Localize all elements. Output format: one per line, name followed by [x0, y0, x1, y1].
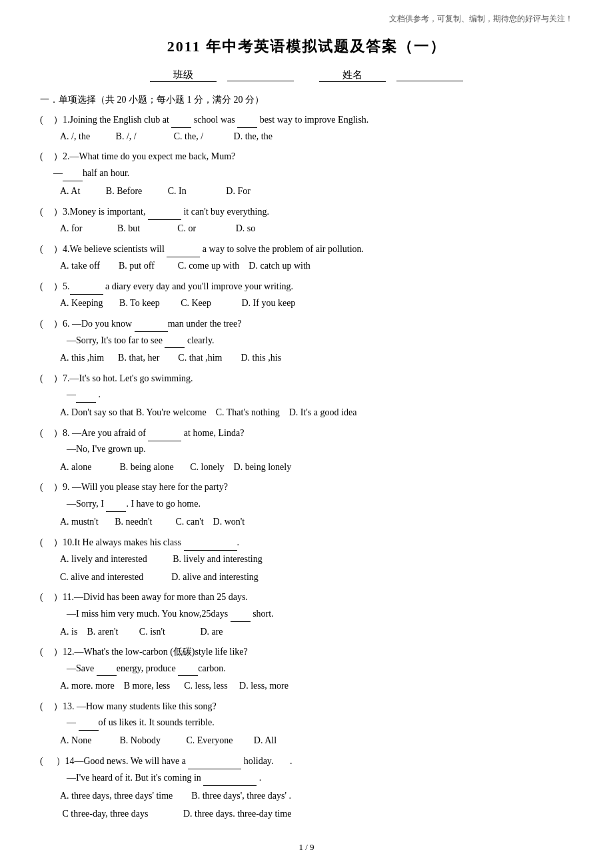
- q5-text: ）5. a diary every day and you'll improve…: [53, 281, 293, 291]
- q2-subtext: — half an hour.: [53, 168, 129, 178]
- q12-opts: A. more. more B more, less C. less, less…: [60, 681, 289, 691]
- q10-text: ）10.It He always makes his class .: [53, 537, 239, 547]
- q14-text: ）14—Good news. We will have a holiday. .: [53, 756, 292, 766]
- question-9: (）9. —Will you please stay here for the …: [40, 479, 573, 530]
- question-11: (）11.—Divid has been away for more than …: [40, 589, 573, 640]
- q6-opts: A. this ,him B. that, her C. that ,him D…: [60, 353, 281, 363]
- q12-text: ）12.—What's the low-carbon (低碳)style lif…: [53, 647, 248, 657]
- q9-opts: A. mustn't B. needn't C. can't D. won't: [60, 517, 245, 527]
- page-indicator: 1 / 9: [40, 842, 573, 853]
- q13-opts: A. None B. Nobody C. Everyone D. All: [60, 735, 277, 745]
- q8-opts: A. alone B. being alone C. lonely D. bei…: [60, 462, 291, 472]
- q7-opts: A. Don't say so that B. You're welcome C…: [60, 407, 356, 417]
- question-10: (）10.It He always makes his class . A. l…: [40, 534, 573, 585]
- question-8: (）8. —Are you afraid of at home, Linda? …: [40, 425, 573, 475]
- question-13: (）13. —How many students like this song?…: [40, 699, 573, 749]
- q11-opts: A. is B. aren't C. isn't D. are: [60, 627, 223, 637]
- q14-subtext: —I've heard of it. But it's coming in .: [67, 773, 261, 783]
- question-7: (）7.—It's so hot. Let's go swimming. — .…: [40, 371, 573, 421]
- q3-text: ）3.Money is important, it can't buy ever…: [53, 207, 269, 217]
- question-12: (）12.—What's the low-carbon (低碳)style li…: [40, 644, 573, 695]
- q1-opt-a: A. /, the B. /, / C. the, / D. the, the: [60, 131, 273, 141]
- question-5: (）5. a diary every day and you'll improv…: [40, 278, 573, 311]
- class-blank: [227, 69, 294, 81]
- q9-subtext: —Sorry, I . I have to go home.: [67, 499, 201, 509]
- question-2: (）2.—What time do you expect me back, Mu…: [40, 149, 573, 199]
- q7-text: ）7.—It's so hot. Let's go swimming.: [53, 373, 193, 383]
- q3-opts: A. for B. but C. or D. so: [60, 223, 255, 233]
- question-6: (）6. —Do you know man under the tree? —S…: [40, 315, 573, 367]
- class-label: 班级: [150, 69, 217, 82]
- q5-opts: A. Keeping B. To keep C. Keep D. If you …: [60, 298, 295, 308]
- q14-opt-cd: C three-day, three days D. three days. t…: [60, 809, 291, 819]
- q8-subtext: —No, I've grown up.: [67, 444, 146, 454]
- q9-text: ）9. —Will you please stay here for the p…: [53, 482, 228, 492]
- q4-opts: A. take off B. put off C. come up with D…: [60, 261, 310, 271]
- question-14: ( ）14—Good news. We will have a holiday.…: [40, 753, 573, 822]
- q13-text: ）13. —How many students like this song?: [53, 701, 217, 711]
- q10-opt-cd: C. alive and interested D. alive and int…: [60, 572, 259, 582]
- question-4: (）4.We believe scientists will a way to …: [40, 241, 573, 274]
- q11-text: ）11.—Divid has been away for more than 2…: [53, 592, 248, 602]
- class-name-row: 班级 姓名: [40, 69, 573, 82]
- name-label: 姓名: [319, 69, 386, 82]
- q2-opts: A. At B. Before C. In D. For: [60, 186, 251, 196]
- question-3: (）3.Money is important, it can't buy eve…: [40, 203, 573, 237]
- q11-subtext: —I miss him very much. You know,25days s…: [67, 609, 274, 619]
- section1-title: 一．单项选择（共 20 小题；每小题 1 分，满分 20 分）: [40, 94, 573, 106]
- q1-text: ）1.Joining the English club at school wa…: [53, 115, 368, 125]
- q4-text: ）4.We believe scientists will a way to s…: [53, 244, 364, 254]
- name-blank: [396, 69, 463, 81]
- question-1: (）1.Joining the English club at school w…: [40, 111, 573, 145]
- q2-text: ）2.—What time do you expect me back, Mum…: [53, 151, 235, 161]
- q7-subtext: — .: [67, 389, 101, 399]
- top-note: 文档供参考，可复制、编制，期待您的好评与关注！: [40, 13, 573, 25]
- q14-opt-ab: A. three days, three days' time B. three…: [60, 791, 291, 801]
- q10-opt-ab: A. lively and interested B. lively and i…: [60, 554, 263, 564]
- q6-subtext: —Sorry, It's too far to see clearly.: [67, 335, 215, 345]
- q6-text: ）6. —Do you know man under the tree?: [53, 319, 242, 329]
- q13-subtext: — of us likes it. It sounds terrible.: [67, 717, 215, 727]
- q12-subtext: —Save energy, produce carbon.: [67, 663, 226, 673]
- q8-text: ）8. —Are you afraid of at home, Linda?: [53, 428, 244, 438]
- main-title: 2011 年中考英语模拟试题及答案（一）: [40, 37, 573, 57]
